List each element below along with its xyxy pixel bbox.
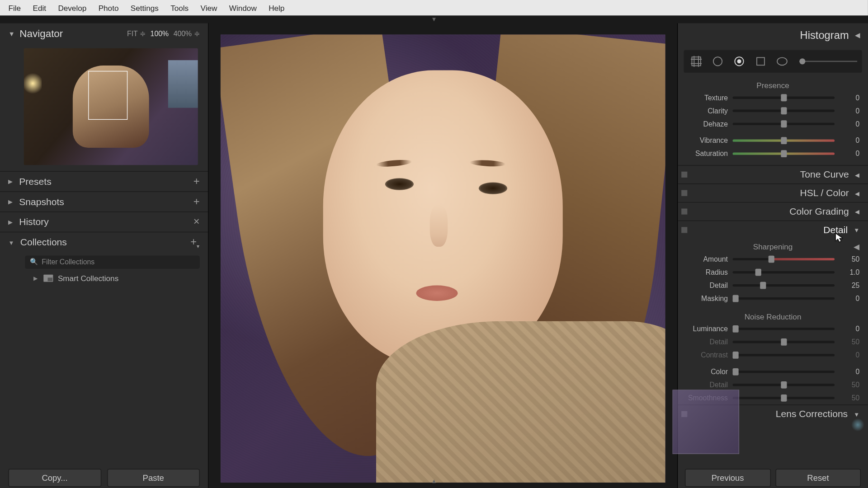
navigator-viewport-rect[interactable] — [88, 71, 127, 120]
svg-rect-4 — [757, 57, 764, 65]
menu-view[interactable]: View — [194, 3, 223, 12]
collections-panel[interactable]: ▼ Collections +▾ — [0, 232, 208, 253]
plus-icon[interactable]: + — [193, 175, 200, 188]
redeye-tool[interactable] — [731, 54, 747, 69]
spot-tool[interactable] — [710, 54, 725, 69]
zoom-100[interactable]: 100% — [151, 30, 169, 38]
left-panel: ▼ Navigator FIT ≑ 100% 400% ≑ ▶ Presets … — [0, 23, 209, 488]
radial-tool[interactable] — [774, 54, 790, 69]
detail-preview-thumbnail[interactable] — [672, 389, 739, 454]
menu-tools[interactable]: Tools — [165, 3, 194, 12]
snapshots-panel[interactable]: ▶ Snapshots + — [0, 191, 208, 211]
chevron-left-icon: ◀ — [855, 208, 860, 215]
presets-panel[interactable]: ▶ Presets + — [0, 171, 208, 191]
hsl-color-panel[interactable]: HSL / Color◀ — [678, 183, 868, 202]
chevron-left-icon[interactable]: ◀ — [854, 243, 859, 252]
svg-rect-0 — [692, 57, 700, 66]
navigator-preview[interactable] — [24, 48, 198, 165]
navigator-header[interactable]: ▼ Navigator FIT ≑ 100% 400% ≑ — [0, 23, 208, 44]
history-panel[interactable]: ▶ History × — [0, 211, 208, 232]
menu-window[interactable]: Window — [223, 3, 263, 12]
crop-tool[interactable] — [689, 54, 704, 69]
tone-curve-panel[interactable]: Tone Curve◀ — [678, 165, 868, 183]
menu-bar: File Edit Develop Photo Settings Tools V… — [0, 0, 868, 15]
vibrance-slider[interactable]: Vibrance0 — [678, 134, 868, 147]
panel-switch-icon[interactable] — [681, 190, 687, 196]
menu-settings[interactable]: Settings — [125, 3, 165, 12]
color-grading-panel[interactable]: Color Grading◀ — [678, 202, 868, 221]
chevron-right-icon: ▶ — [8, 219, 13, 225]
menu-photo[interactable]: Photo — [92, 3, 124, 12]
photo-preview[interactable] — [221, 34, 665, 483]
chevron-left-icon: ◀ — [855, 171, 860, 178]
sharpening-title: Sharpening◀ — [678, 243, 868, 252]
menu-help[interactable]: Help — [263, 3, 291, 12]
radius-slider[interactable]: Radius1.0 — [678, 266, 868, 279]
clarity-slider[interactable]: Clarity0 — [678, 104, 868, 117]
smart-collections-item[interactable]: ▶ Smart Collections — [33, 272, 200, 285]
chevron-down-icon: ▼ — [854, 411, 859, 418]
zoom-fit[interactable]: FIT ≑ — [127, 30, 146, 38]
presence-title: Presence — [678, 81, 868, 90]
navigator-title: Navigator — [19, 28, 63, 40]
gradient-tool[interactable] — [753, 54, 768, 69]
masking-slider[interactable]: Masking0 — [678, 292, 868, 305]
panel-switch-icon[interactable] — [681, 209, 687, 215]
bottom-panel-toggle[interactable]: ▲ — [0, 477, 868, 485]
histogram-header[interactable]: Histogram ◀ — [678, 23, 868, 47]
luminance-detail-slider: Detail50 — [678, 335, 868, 348]
noise-reduction-title: Noise Reduction — [678, 312, 868, 321]
tool-strip — [684, 50, 862, 73]
svg-point-5 — [777, 57, 787, 65]
zoom-400[interactable]: 400% ≑ — [174, 30, 200, 38]
texture-slider[interactable]: Texture0 — [678, 91, 868, 104]
plus-icon[interactable]: + — [193, 196, 200, 208]
chevron-right-icon: ▶ — [8, 198, 13, 205]
menu-file[interactable]: File — [2, 3, 27, 12]
chevron-down-icon: ▼ — [854, 227, 859, 234]
saturation-slider[interactable]: Saturation0 — [678, 147, 868, 160]
menu-edit[interactable]: Edit — [27, 3, 52, 12]
search-icon: 🔍 — [30, 258, 38, 266]
top-panel-toggle[interactable]: ▼ — [0, 15, 868, 23]
image-viewport[interactable] — [209, 23, 677, 488]
detail-slider[interactable]: Detail25 — [678, 279, 868, 292]
menu-develop[interactable]: Develop — [52, 3, 92, 12]
filter-collections-input[interactable]: 🔍 Filter Collections — [25, 255, 199, 268]
folder-icon — [43, 275, 53, 282]
close-icon[interactable]: × — [193, 216, 200, 228]
svg-point-1 — [713, 57, 722, 66]
luminance-slider[interactable]: Luminance0 — [678, 322, 868, 335]
svg-point-3 — [737, 60, 741, 63]
color-nr-slider[interactable]: Color0 — [678, 365, 868, 378]
chevron-left-icon: ◀ — [855, 32, 860, 39]
chevron-right-icon: ▶ — [33, 275, 38, 281]
chevron-left-icon: ◀ — [855, 190, 860, 197]
chevron-right-icon: ▶ — [8, 178, 13, 185]
dehaze-slider[interactable]: Dehaze0 — [678, 117, 868, 131]
luminance-contrast-slider: Contrast0 — [678, 348, 868, 361]
detail-panel[interactable]: Detail▼ — [678, 221, 868, 239]
brush-size-slider[interactable] — [799, 61, 857, 62]
chevron-down-icon: ▼ — [8, 239, 14, 246]
panel-switch-icon[interactable] — [681, 172, 687, 178]
plus-icon[interactable]: +▾ — [190, 236, 199, 249]
panel-switch-icon[interactable] — [681, 227, 687, 233]
amount-slider[interactable]: Amount50 — [678, 253, 868, 266]
chevron-down-icon: ▼ — [8, 30, 14, 38]
